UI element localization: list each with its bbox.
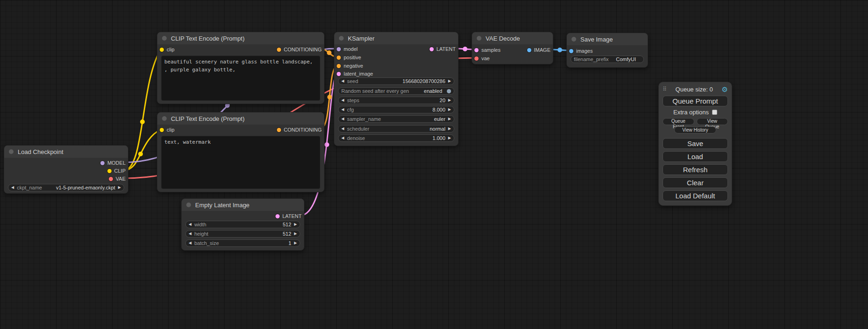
widget-steps[interactable]: ◀ steps 20 ▶ xyxy=(338,97,454,104)
load-default-button[interactable]: Load Default xyxy=(663,190,728,201)
slot-dot-vae[interactable] xyxy=(109,177,113,181)
widget-cfg[interactable]: ◀ cfg 8.000 ▶ xyxy=(338,106,454,113)
slot-dot-conditioning[interactable] xyxy=(337,56,341,60)
widget-arrow-left-icon[interactable]: ◀ xyxy=(341,117,344,121)
widget-arrow-left-icon[interactable]: ◀ xyxy=(189,223,191,226)
settings-gear-icon[interactable]: ⚙ xyxy=(722,86,728,93)
widget-seed[interactable]: ◀ seed 156680208700286 ▶ xyxy=(338,77,454,85)
input-slot-images[interactable]: images xyxy=(567,47,593,55)
drag-handle-icon[interactable]: ⠿ xyxy=(663,86,667,92)
input-slot-clip[interactable]: clip xyxy=(157,46,175,53)
output-slot-latent[interactable]: LATENT xyxy=(275,212,304,220)
widget-arrow-left-icon[interactable]: ◀ xyxy=(341,108,344,112)
widget-arrow-right-icon[interactable]: ▶ xyxy=(448,127,451,131)
slot-dot-clip[interactable] xyxy=(160,128,164,132)
wire-midpoint-dot[interactable] xyxy=(463,47,467,51)
output-slot-image[interactable]: IMAGE xyxy=(527,46,553,54)
widget-arrow-right-icon[interactable]: ▶ xyxy=(118,186,121,189)
refresh-button[interactable]: Refresh xyxy=(663,164,728,175)
collapse-dot-icon[interactable] xyxy=(572,37,576,42)
node-save-image[interactable]: Save Image images filename_prefix ComfyU… xyxy=(566,33,648,68)
output-slot-model[interactable]: MODEL xyxy=(100,159,128,167)
input-slot-latent-image[interactable]: latent_image xyxy=(334,70,373,77)
extra-options-checkbox[interactable] xyxy=(712,110,717,115)
node-header[interactable]: CLIP Text Encode (Prompt) xyxy=(157,32,324,44)
node-ksampler[interactable]: KSampler model positive negative latent_… xyxy=(334,32,459,146)
slot-dot-image[interactable] xyxy=(569,49,573,53)
node-load-checkpoint[interactable]: Load Checkpoint MODEL CLIP VAE ◀ ckpt_na… xyxy=(4,145,128,194)
input-slot-vae[interactable]: vae xyxy=(472,55,490,62)
input-slot-positive[interactable]: positive xyxy=(334,54,361,61)
collapse-dot-icon[interactable] xyxy=(477,36,481,41)
widget-arrow-right-icon[interactable]: ▶ xyxy=(448,79,451,83)
collapse-dot-icon[interactable] xyxy=(162,116,167,121)
view-history-button[interactable]: View History xyxy=(674,126,716,133)
collapse-dot-icon[interactable] xyxy=(9,149,14,154)
slot-dot-image[interactable] xyxy=(527,48,531,52)
widget-arrow-right-icon[interactable]: ▶ xyxy=(294,223,297,226)
clear-button[interactable]: Clear xyxy=(663,177,728,188)
node-clip-text-encode-negative[interactable]: CLIP Text Encode (Prompt) clip CONDITION… xyxy=(157,112,325,192)
slot-dot-model[interactable] xyxy=(337,47,341,51)
slot-dot-conditioning[interactable] xyxy=(277,128,281,132)
widget-ckpt-name[interactable]: ◀ ckpt_name v1-5-pruned-emaonly.ckpt ▶ xyxy=(8,184,124,191)
widget-arrow-left-icon[interactable]: ◀ xyxy=(189,232,191,236)
wire-clip-to-positive-prompt[interactable] xyxy=(124,49,161,170)
slot-dot-latent[interactable] xyxy=(275,214,280,218)
widget-batch-size[interactable]: ◀ batch_size 1 ▶ xyxy=(185,239,300,247)
wire-clip-to-negative-prompt[interactable] xyxy=(124,129,161,170)
node-vae-decode[interactable]: VAE Decode samples vae IMAGE xyxy=(472,32,553,64)
output-slot-conditioning[interactable]: CONDITIONING xyxy=(277,46,324,53)
prompt-textarea[interactable]: text, watermark xyxy=(161,136,320,189)
view-queue-button[interactable]: View Queue xyxy=(697,118,728,125)
collapse-dot-icon[interactable] xyxy=(162,36,167,41)
output-slot-conditioning[interactable]: CONDITIONING xyxy=(277,126,324,133)
node-header[interactable]: KSampler xyxy=(334,32,458,44)
widget-arrow-left-icon[interactable]: ◀ xyxy=(11,186,14,189)
slot-dot-clip[interactable] xyxy=(160,48,164,52)
widget-arrow-left-icon[interactable]: ◀ xyxy=(341,136,344,140)
node-header[interactable]: Save Image xyxy=(567,33,648,45)
widget-filename-prefix[interactable]: filename_prefix ComfyUI xyxy=(571,56,644,63)
prompt-textarea[interactable]: beautiful scenery nature glass bottle la… xyxy=(161,56,320,101)
slot-dot-clip[interactable] xyxy=(107,169,112,173)
collapse-dot-icon[interactable] xyxy=(339,36,344,41)
node-header[interactable]: VAE Decode xyxy=(472,32,553,44)
queue-front-button[interactable]: Queue Front xyxy=(663,118,694,125)
node-empty-latent-image[interactable]: Empty Latent Image LATENT ◀ width 512 ▶ … xyxy=(181,198,304,251)
queue-prompt-button[interactable]: Queue Prompt xyxy=(663,96,728,106)
collapse-dot-icon[interactable] xyxy=(186,203,191,207)
save-button[interactable]: Save xyxy=(663,138,728,149)
wire-midpoint-dot[interactable] xyxy=(140,119,145,124)
node-header[interactable]: Load Checkpoint xyxy=(4,146,128,158)
output-slot-latent[interactable]: LATENT xyxy=(430,45,458,53)
widget-sampler-name[interactable]: ◀ sampler_name euler ▶ xyxy=(338,115,454,123)
wire-midpoint-dot[interactable] xyxy=(557,48,562,52)
widget-arrow-right-icon[interactable]: ▶ xyxy=(448,117,451,121)
wire-midpoint-dot[interactable] xyxy=(327,50,332,55)
widget-arrow-left-icon[interactable]: ◀ xyxy=(341,127,344,131)
output-slot-vae[interactable]: VAE xyxy=(109,175,128,182)
slot-dot-vae[interactable] xyxy=(474,56,479,61)
widget-arrow-left-icon[interactable]: ◀ xyxy=(341,79,344,83)
widget-arrow-right-icon[interactable]: ▶ xyxy=(294,241,297,245)
slot-dot-model[interactable] xyxy=(100,161,105,165)
widget-arrow-left-icon[interactable]: ◀ xyxy=(189,241,191,245)
widget-arrow-right-icon[interactable]: ▶ xyxy=(448,136,451,140)
widget-arrow-left-icon[interactable]: ◀ xyxy=(341,98,344,102)
input-slot-negative[interactable]: negative xyxy=(334,62,363,70)
input-slot-model[interactable]: model xyxy=(334,45,358,53)
wire-midpoint-dot[interactable] xyxy=(138,152,143,156)
widget-denoise[interactable]: ◀ denoise 1.000 ▶ xyxy=(338,134,454,142)
node-header[interactable]: Empty Latent Image xyxy=(182,199,304,211)
node-clip-text-encode-positive[interactable]: CLIP Text Encode (Prompt) clip CONDITION… xyxy=(157,32,325,104)
input-slot-samples[interactable]: samples xyxy=(472,46,501,54)
widget-scheduler[interactable]: ◀ scheduler normal ▶ xyxy=(338,125,454,133)
node-header[interactable]: CLIP Text Encode (Prompt) xyxy=(157,112,324,125)
widget-width[interactable]: ◀ width 512 ▶ xyxy=(185,221,300,228)
slot-dot-latent[interactable] xyxy=(474,48,479,52)
slot-dot-conditioning[interactable] xyxy=(337,64,341,68)
widget-random-seed-toggle[interactable]: Random seed after every gen enabled xyxy=(338,87,454,95)
widget-height[interactable]: ◀ height 512 ▶ xyxy=(185,230,300,238)
widget-arrow-right-icon[interactable]: ▶ xyxy=(448,108,451,112)
